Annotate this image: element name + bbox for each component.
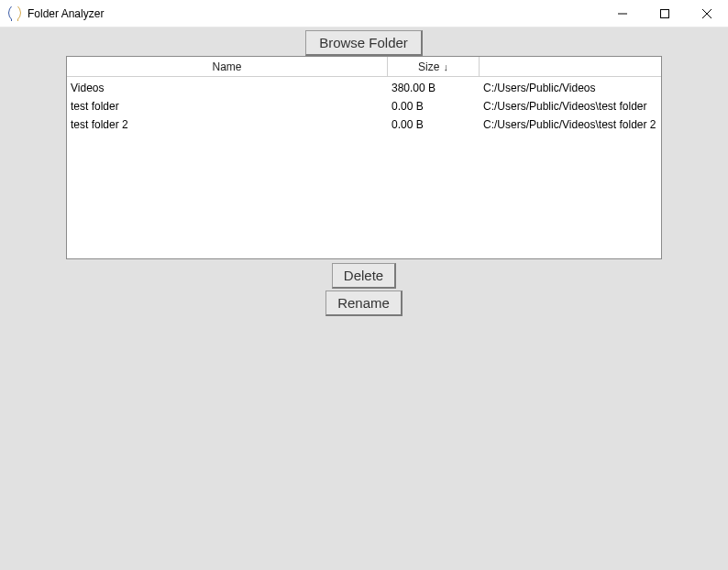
cell-name: test folder xyxy=(67,100,388,113)
cell-path: C:/Users/Public/Videos\test folder xyxy=(480,100,661,113)
delete-button[interactable]: Delete xyxy=(332,263,396,289)
browse-folder-button[interactable]: Browse Folder xyxy=(305,30,423,56)
window-title: Folder Analyzer xyxy=(28,7,601,20)
svg-rect-1 xyxy=(661,9,669,17)
cell-name: Videos xyxy=(67,82,388,94)
action-buttons: Delete Rename xyxy=(0,263,728,316)
cell-size: 0.00 B xyxy=(388,118,480,131)
cell-path: C:/Users/Public/Videos xyxy=(480,82,661,94)
window-controls xyxy=(601,0,728,27)
sort-indicator-icon: ↓ xyxy=(443,61,448,72)
titlebar: Folder Analyzer xyxy=(0,0,728,27)
cell-size: 0.00 B xyxy=(388,100,480,113)
minimize-button[interactable] xyxy=(601,0,644,27)
folder-table: Name Size ↓ Videos 380.00 B C:/Users/Pub… xyxy=(66,56,662,259)
column-header-name-label: Name xyxy=(212,60,241,73)
table-row[interactable]: test folder 0.00 B C:/Users/Public/Video… xyxy=(67,97,661,115)
table-header: Name Size ↓ xyxy=(67,57,661,77)
cell-name: test folder 2 xyxy=(67,118,388,131)
column-header-size[interactable]: Size ↓ xyxy=(388,57,480,76)
cell-size: 380.00 B xyxy=(388,82,480,94)
table-body: Videos 380.00 B C:/Users/Public/Videos t… xyxy=(67,77,661,136)
client-area: Browse Folder Name Size ↓ Videos 380.00 … xyxy=(0,27,728,570)
table-row[interactable]: Videos 380.00 B C:/Users/Public/Videos xyxy=(67,79,661,97)
rename-button[interactable]: Rename xyxy=(325,290,403,316)
table-row[interactable]: test folder 2 0.00 B C:/Users/Public/Vid… xyxy=(67,115,661,134)
column-header-path[interactable] xyxy=(480,57,661,76)
column-header-name[interactable]: Name xyxy=(67,57,388,76)
close-button[interactable] xyxy=(686,0,728,27)
column-header-size-label: Size xyxy=(418,60,439,73)
app-icon xyxy=(7,6,22,21)
cell-path: C:/Users/Public/Videos\test folder 2 xyxy=(480,118,661,131)
maximize-button[interactable] xyxy=(644,0,686,27)
